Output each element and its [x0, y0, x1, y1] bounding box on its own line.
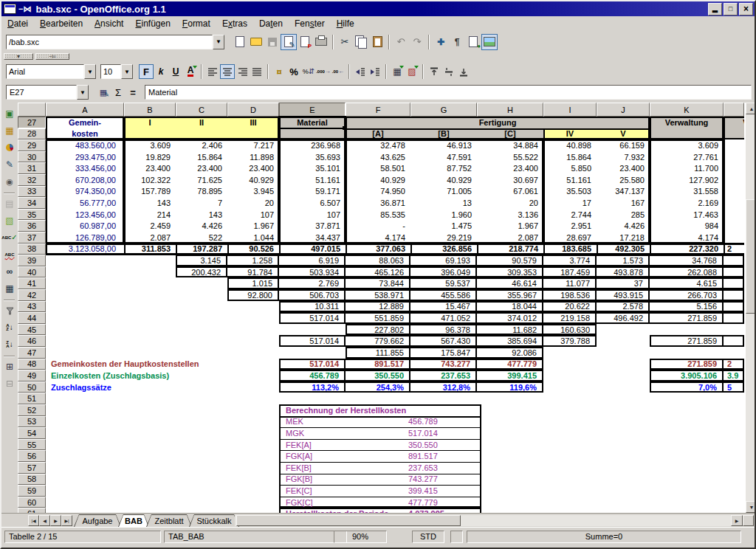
cell-D32[interactable]: 40.929	[227, 174, 279, 186]
row-header-47[interactable]: 47	[18, 347, 46, 359]
cell-I39[interactable]: 3.774	[543, 255, 597, 266]
cell-F33[interactable]: 74.950	[346, 186, 410, 198]
cell-G29[interactable]: 46.913	[410, 139, 477, 151]
cell-C31[interactable]: 23.400	[176, 162, 227, 174]
font-size-dropdown-icon[interactable]: ▼	[121, 64, 133, 79]
cell-K33[interactable]: 31.558	[650, 186, 724, 198]
insert-button[interactable]: ▣	[2, 106, 17, 121]
cell-A30[interactable]: 293.475,00	[46, 151, 124, 163]
cell-H39[interactable]: 90.579	[477, 255, 543, 266]
row-header-56[interactable]: 56	[18, 450, 46, 462]
increase-indent-button[interactable]	[368, 64, 382, 79]
print-button[interactable]	[313, 34, 329, 50]
row-header-43[interactable]: 43	[18, 301, 46, 313]
cell-B32[interactable]: 102.322	[124, 174, 176, 186]
cell-D31[interactable]: 23.400	[227, 162, 279, 174]
scroll-right-button[interactable]: ▶	[731, 515, 743, 526]
cell-E31[interactable]: 35.101	[279, 162, 346, 174]
font-size-combo[interactable]: ▼	[100, 64, 133, 79]
status-selection-mode[interactable]	[450, 531, 463, 543]
cell-B33[interactable]: 157.789	[124, 186, 176, 198]
justify-button[interactable]	[250, 64, 264, 79]
row-header-50[interactable]: 50	[18, 381, 46, 393]
cell-D36[interactable]: 1.967	[227, 220, 279, 232]
cell-F48[interactable]: 891.517	[346, 359, 410, 370]
cell-H50[interactable]: 119,6%	[477, 381, 543, 393]
cell-K48[interactable]: 271.859	[650, 359, 724, 370]
row-header-30[interactable]: 30	[18, 151, 46, 163]
cell-J31[interactable]: 23.400	[597, 162, 650, 174]
cell-I32[interactable]: 51.161	[543, 174, 597, 186]
cell-I40[interactable]: 187.459	[543, 266, 597, 278]
cell-I33[interactable]: 35.503	[543, 186, 597, 198]
cell-A38[interactable]: 3.123.058,00	[46, 244, 124, 255]
cell-D34[interactable]: 20	[227, 197, 279, 209]
cell-J35[interactable]: 285	[597, 209, 650, 221]
header-cell[interactable]: Fertigung	[346, 117, 650, 128]
status-zoom[interactable]: 90%	[334, 531, 387, 543]
cell-G42[interactable]: 455.586	[410, 289, 477, 301]
cell-L43[interactable]	[724, 301, 744, 313]
column-header-E[interactable]: E	[279, 103, 346, 117]
url-input[interactable]	[7, 35, 212, 49]
cell-J30[interactable]: 7.932	[597, 151, 650, 163]
font-size-input[interactable]	[101, 65, 120, 78]
cell-J29[interactable]: 66.159	[597, 139, 650, 151]
cell-H35[interactable]: 3.136	[477, 209, 543, 221]
header-cell[interactable]: V	[724, 117, 744, 128]
find-replace-button[interactable]: ∞	[2, 264, 17, 279]
column-header-F[interactable]: F	[346, 103, 410, 117]
cell-E34[interactable]: 6.507	[279, 197, 346, 209]
cell-F46[interactable]: 779.662	[346, 335, 410, 347]
cell-F35[interactable]: 85.535	[346, 209, 410, 221]
cell-I44[interactable]: 219.158	[543, 312, 597, 324]
cell-H40[interactable]: 309.353	[477, 266, 543, 278]
row-header-58[interactable]: 58	[18, 474, 46, 486]
cell-K44[interactable]: 271.859	[650, 312, 724, 324]
toolbar-pin-icon[interactable]: −⊨	[35, 53, 69, 60]
cell-K31[interactable]: 11.700	[650, 162, 724, 174]
function-wizard-button[interactable]: ▦✎	[96, 85, 111, 100]
cell-E40[interactable]: 503.934	[279, 266, 346, 278]
status-insert-mode[interactable]: STD	[412, 531, 444, 543]
header-cell[interactable]: I	[124, 117, 176, 128]
cell-K41[interactable]: 4.615	[650, 277, 724, 289]
cell-E44[interactable]: 517.014	[279, 312, 346, 324]
cell-G36[interactable]: 1.475	[410, 220, 477, 232]
cell-C39[interactable]: 3.145	[176, 255, 227, 266]
row-header-40[interactable]: 40	[18, 266, 46, 278]
cell-D35[interactable]: 107	[227, 209, 279, 221]
font-name-dropdown-icon[interactable]: ▼	[84, 64, 96, 79]
cell-C29[interactable]: 2.406	[176, 139, 227, 151]
cell-C38[interactable]: 197.287	[176, 244, 227, 255]
cell-A34[interactable]: 56.777,00	[46, 197, 124, 209]
autofilter-button[interactable]	[2, 303, 17, 318]
cell-A32[interactable]: 670.208,00	[46, 174, 124, 186]
cell-K39[interactable]: 34.768	[650, 255, 724, 266]
menu-einfügen[interactable]: Einfügen	[129, 17, 176, 30]
cell-grid[interactable]: ABCDEFGHIJK27282930313233343536373839404…	[18, 103, 744, 513]
cell-L50[interactable]: 5	[724, 381, 744, 393]
cell-E46[interactable]: 517.014	[279, 335, 346, 347]
cell-K35[interactable]: 17.463	[650, 209, 724, 221]
cell-E33[interactable]: 59.171	[279, 186, 346, 198]
header-cell[interactable]: [A]	[346, 128, 410, 140]
font-name-input[interactable]	[7, 65, 83, 78]
menu-ansicht[interactable]: Ansicht	[89, 17, 129, 30]
column-header-K[interactable]: K	[650, 103, 724, 117]
cell-C32[interactable]: 71.625	[176, 174, 227, 186]
row-header-52[interactable]: 52	[18, 404, 46, 416]
row-header-38[interactable]: 38	[18, 244, 46, 255]
cell-I35[interactable]: 2.744	[543, 209, 597, 221]
cell-A31[interactable]: 333.456,00	[46, 162, 124, 174]
cell-A36[interactable]: 60.987,00	[46, 220, 124, 232]
cell-G48[interactable]: 743.277	[410, 359, 477, 370]
cell-F47[interactable]: 111.855	[346, 347, 410, 359]
cell-F32[interactable]: 40.929	[346, 174, 410, 186]
cell-H33[interactable]: 67.061	[477, 186, 543, 198]
cell-J42[interactable]: 493.915	[597, 289, 650, 301]
cell-I43[interactable]: 20.622	[543, 301, 597, 313]
align-left-button[interactable]	[205, 64, 220, 79]
cell-I37[interactable]: 28.697	[543, 232, 597, 244]
cell-K34[interactable]: 2.169	[650, 197, 724, 209]
